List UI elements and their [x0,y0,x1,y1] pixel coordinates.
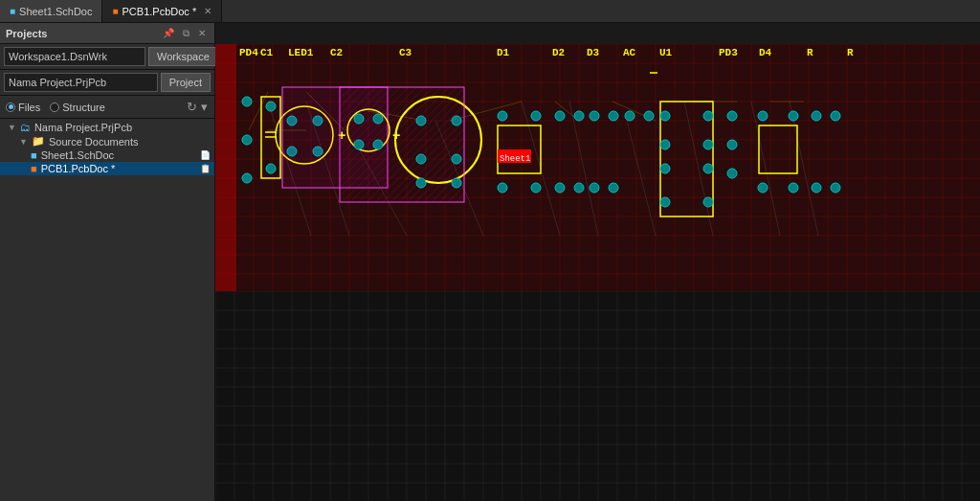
main-layout: Projects 📌 ⧉ ✕ Workspace Project Files [0,23,980,501]
pcb-lower-area [215,291,980,501]
pcb-tab-icon: ■ [112,6,118,16]
panel-header: Projects 📌 ⧉ ✕ [0,23,214,44]
refresh-button[interactable]: ↻ [186,99,198,115]
workspace-row: Workspace [0,44,214,70]
pcb-canvas-area[interactable]: PD4 C1 LED1 + C2 [215,23,980,501]
pcb-left-margin [215,44,236,291]
tab-bar: ■ Sheet1.SchDoc ■ PCB1.PcbDoc * ✕ [0,0,980,23]
files-radio[interactable]: Files [6,102,40,113]
tree-expand-source: ▼ [19,137,28,147]
tree-label-schematic: Sheet1.SchDoc [41,149,198,161]
structure-radio-label: Structure [62,102,105,113]
panel-title: Projects [6,28,47,39]
tab-pcb[interactable]: ■ PCB1.PcbDoc * ✕ [102,0,222,22]
tab-schematic-label: Sheet1.SchDoc [19,6,92,17]
project-row: Project [0,70,214,96]
project-input[interactable] [4,73,158,92]
project-button[interactable]: Project [161,73,211,92]
tab-schematic[interactable]: ■ Sheet1.SchDoc [0,0,102,22]
files-radio-label: Files [18,102,40,113]
view-mode-row: Files Structure ↻ ▾ [0,96,214,119]
pcb-file-icon: ■ [31,163,37,174]
tree-item-schematic[interactable]: ■ Sheet1.SchDoc 📄 [0,148,214,162]
panel-pin-button[interactable]: 📌 [160,27,177,40]
structure-radio-dot [50,102,59,112]
panel-float-button[interactable]: ⧉ [180,27,192,40]
tree-expand-project: ▼ [8,123,16,132]
tab-pcb-label: PCB1.PcbDoc * [122,6,197,17]
tree-label-pcb: PCB1.PcbDoc * [41,163,198,174]
pcb-file-indicator: 📋 [200,164,211,173]
workspace-input[interactable] [4,47,145,66]
tab-pcb-close-icon[interactable]: ✕ [204,6,212,16]
panel-close-button[interactable]: ✕ [195,27,209,40]
tree-actions: ↻ ▾ [186,99,209,115]
schematic-tab-icon: ■ [10,6,15,16]
tree-label-project: Nama Project.PrjPcb [34,122,211,133]
sch-file-indicator: 📄 [200,150,211,160]
tree-item-project[interactable]: ▼ 🗂 Nama Project.PrjPcb [0,121,214,134]
files-radio-dot [6,102,15,112]
workspace-button[interactable]: Workspace [148,47,218,66]
panel-controls: 📌 ⧉ ✕ [160,27,209,40]
tree-item-pcb[interactable]: ■ PCB1.PcbDoc * 📋 [0,162,214,175]
structure-radio[interactable]: Structure [50,102,105,113]
tree-menu-button[interactable]: ▾ [200,99,209,115]
project-icon: 🗂 [20,122,31,133]
tree-item-source-docs[interactable]: ▼ 📁 Source Documents [0,134,214,148]
project-tree: ▼ 🗂 Nama Project.PrjPcb ▼ 📁 Source Docum… [0,119,214,501]
projects-panel: Projects 📌 ⧉ ✕ Workspace Project Files [0,23,215,501]
sch-file-icon: ■ [31,149,37,161]
tree-label-source-docs: Source Documents [49,136,211,148]
pcb-board [215,44,980,291]
folder-icon: 📁 [32,135,45,148]
